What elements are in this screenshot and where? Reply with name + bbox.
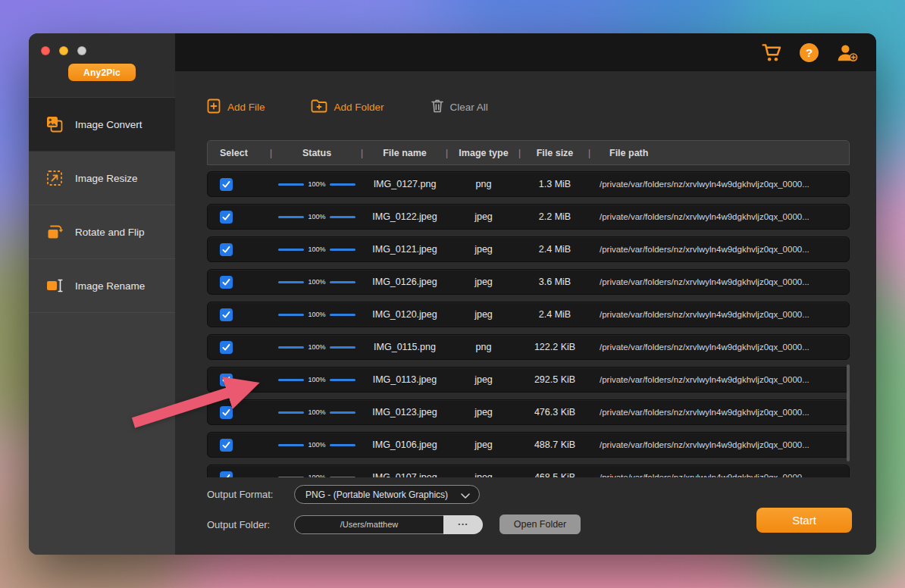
sidebar: Any2Pic Image Convert Image Resize Rotat…	[29, 33, 175, 555]
add-folder-label: Add Folder	[334, 102, 384, 113]
table-scrollbar[interactable]	[847, 364, 850, 461]
output-folder-row: Output Folder: ... Open Folder	[207, 514, 581, 534]
file-path: /private/var/folders/nz/xrvlwyln4w9dgkhv…	[590, 270, 849, 294]
table-row[interactable]: 100% IMG_0113.jpeg jpeg 292.5 KiB /priva…	[207, 367, 850, 393]
file-path: /private/var/folders/nz/xrvlwyln4w9dgkhv…	[590, 368, 849, 392]
file-name: IMG_0113.jpeg	[362, 368, 447, 392]
help-icon[interactable]: ?	[800, 43, 819, 62]
help-glyph: ?	[800, 43, 819, 62]
row-checkbox[interactable]	[220, 471, 233, 478]
output-folder-group: ...	[294, 515, 483, 534]
table-row[interactable]: 100% IMG_0126.jpeg jpeg 3.6 MiB /private…	[207, 269, 850, 295]
table-body: 100% IMG_0127.png png 1.3 MiB /private/v…	[207, 171, 850, 477]
file-name: IMG_0107.jpeg	[362, 465, 447, 477]
cart-icon[interactable]	[762, 43, 782, 62]
window-controls	[41, 46, 86, 55]
sidebar-nav: Image Convert Image Resize Rotate and Fl…	[29, 98, 175, 313]
open-folder-button[interactable]: Open Folder	[499, 514, 581, 534]
output-format-value: PNG - (Portable Network Graphics)	[305, 489, 448, 500]
image-type: png	[447, 335, 520, 359]
sidebar-header: Any2Pic	[29, 33, 175, 98]
image-type: jpeg	[447, 368, 520, 392]
table-row[interactable]: 100% IMG_0107.jpeg jpeg 468.5 KiB /priva…	[207, 464, 850, 477]
row-checkbox[interactable]	[220, 341, 233, 354]
image-convert-icon	[45, 115, 64, 133]
file-name: IMG_0122.jpeg	[362, 205, 447, 229]
table-row[interactable]: 100% IMG_0127.png png 1.3 MiB /private/v…	[207, 171, 850, 197]
image-type: jpeg	[447, 270, 520, 294]
file-path: /private/var/folders/nz/xrvlwyln4w9dgkhv…	[590, 433, 849, 457]
start-button[interactable]: Start	[756, 508, 852, 533]
file-size: 122.2 KiB	[520, 335, 590, 359]
table-row[interactable]: 100% IMG_0122.jpeg jpeg 2.2 MiB /private…	[207, 204, 850, 230]
row-checkbox[interactable]	[220, 374, 233, 386]
table-row[interactable]: 100% IMG_0123.jpeg jpeg 476.3 KiB /priva…	[207, 399, 850, 425]
image-type: jpeg	[447, 433, 520, 457]
table-row[interactable]: 100% IMG_0115.png png 122.2 KiB /private…	[207, 334, 850, 360]
sidebar-item-label: Image Convert	[75, 119, 142, 130]
add-folder-button[interactable]: Add Folder	[311, 99, 384, 115]
row-checkbox[interactable]	[220, 439, 233, 452]
zoom-window-button[interactable]	[77, 46, 86, 55]
file-table: Select Status File name Image type File …	[207, 140, 850, 477]
image-type: jpeg	[447, 400, 520, 424]
file-size: 2.2 MiB	[520, 205, 590, 229]
clear-all-button[interactable]: Clear All	[431, 99, 488, 115]
progress-label: 100%	[308, 474, 325, 478]
progress-bar: 100%	[278, 377, 355, 383]
image-type: jpeg	[447, 465, 520, 477]
progress-label: 100%	[308, 311, 325, 318]
topbar-icons: ?	[762, 33, 858, 71]
sidebar-item-image-resize[interactable]: Image Resize	[29, 152, 175, 205]
close-window-button[interactable]	[41, 46, 50, 55]
table-row[interactable]: 100% IMG_0120.jpeg jpeg 2.4 MiB /private…	[207, 302, 850, 327]
progress-label: 100%	[308, 181, 325, 188]
sidebar-item-label: Rotate and Flip	[75, 227, 145, 238]
add-folder-icon	[311, 99, 327, 115]
minimize-window-button[interactable]	[59, 46, 68, 55]
progress-bar: 100%	[278, 442, 355, 449]
file-size: 3.6 MiB	[520, 270, 590, 294]
row-checkbox[interactable]	[220, 276, 233, 289]
sidebar-item-image-convert[interactable]: Image Convert	[29, 98, 175, 152]
sidebar-item-image-rename[interactable]: Image Rename	[29, 259, 175, 313]
progress-label: 100%	[308, 409, 325, 416]
row-checkbox[interactable]	[220, 243, 233, 256]
file-path: /private/var/folders/nz/xrvlwyln4w9dgkhv…	[590, 237, 849, 261]
table-row[interactable]: 100% IMG_0106.jpeg jpeg 488.7 KiB /priva…	[207, 432, 850, 458]
sidebar-item-rotate-and-flip[interactable]: Rotate and Flip	[29, 205, 175, 259]
progress-label: 100%	[308, 377, 325, 383]
image-type: png	[447, 172, 520, 196]
trash-icon	[431, 99, 443, 115]
clear-all-label: Clear All	[450, 102, 488, 113]
file-size: 476.3 KiB	[520, 400, 590, 424]
image-type: jpeg	[447, 205, 520, 229]
browse-folder-button[interactable]: ...	[443, 515, 483, 534]
add-account-icon[interactable]	[836, 42, 858, 63]
progress-label: 100%	[308, 246, 325, 253]
row-checkbox[interactable]	[220, 178, 233, 191]
table-header: Select Status File name Image type File …	[207, 140, 850, 165]
app-logo-badge: Any2Pic	[68, 64, 136, 81]
progress-bar: 100%	[278, 474, 355, 478]
row-checkbox[interactable]	[220, 308, 233, 321]
file-size: 1.3 MiB	[520, 172, 590, 196]
progress-bar: 100%	[278, 409, 355, 416]
toolbar: Add File Add Folder Clear All	[207, 95, 488, 118]
file-path: /private/var/folders/nz/xrvlwyln4w9dgkhv…	[590, 400, 849, 424]
output-format-select[interactable]: PNG - (Portable Network Graphics)	[294, 485, 480, 504]
progress-label: 100%	[308, 214, 325, 220]
output-folder-input[interactable]	[294, 515, 443, 534]
add-file-button[interactable]: Add File	[207, 99, 265, 116]
column-header-status: Status	[271, 141, 362, 164]
file-name: IMG_0121.jpeg	[362, 237, 447, 261]
table-row[interactable]: 100% IMG_0121.jpeg jpeg 2.4 MiB /private…	[207, 236, 850, 262]
row-checkbox[interactable]	[220, 211, 233, 224]
rotate-flip-icon	[45, 223, 64, 241]
progress-bar: 100%	[278, 344, 355, 351]
output-format-row: Output Format: PNG - (Portable Network G…	[207, 485, 480, 504]
row-checkbox[interactable]	[220, 406, 233, 419]
output-format-label: Output Format:	[207, 489, 294, 500]
file-name: IMG_0106.jpeg	[362, 433, 447, 457]
sidebar-item-label: Image Rename	[75, 280, 145, 292]
